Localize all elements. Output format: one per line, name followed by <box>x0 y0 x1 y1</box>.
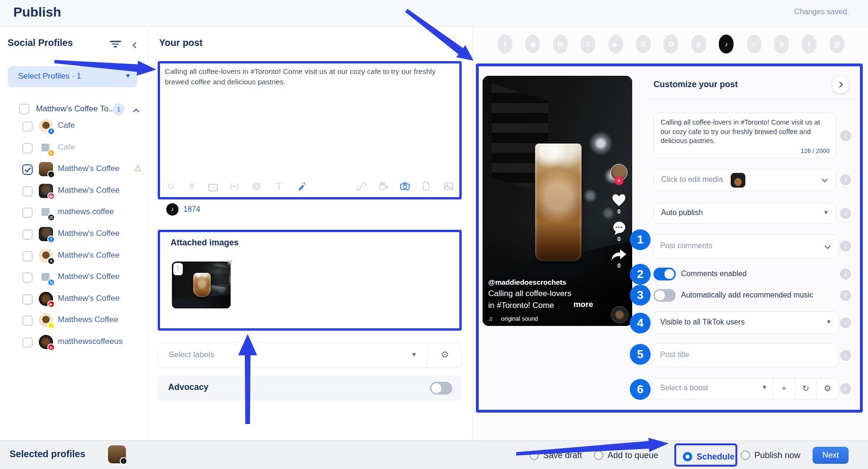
ai-assistant-wand-icon[interactable] <box>295 180 308 192</box>
video-icon[interactable] <box>377 180 389 192</box>
selected-profile-avatar[interactable]: ♪ <box>108 445 126 463</box>
saved-captions-icon[interactable]: ≡ <box>207 180 219 192</box>
info-icon[interactable]: i <box>840 290 851 301</box>
profile-checkbox[interactable] <box>22 251 33 262</box>
post-text-box[interactable]: Calling all coffee-lovers in #Toronto! C… <box>158 61 462 199</box>
variables-icon[interactable]: {+} <box>228 180 241 192</box>
group-checkbox[interactable] <box>19 104 29 114</box>
recommended-music-toggle[interactable] <box>653 289 676 302</box>
profile-row[interactable]: fMatthew's Coffee <box>0 225 148 244</box>
filter-icon[interactable] <box>110 41 121 48</box>
labels-settings-gear-icon[interactable]: ⚙ <box>441 349 449 360</box>
add-boost-button[interactable]: + <box>773 379 795 399</box>
select-profiles-dropdown[interactable]: Select Profiles · 1 ▾ <box>8 66 137 87</box>
like-heart-icon[interactable] <box>611 193 627 207</box>
post-text[interactable]: Calling all coffee-lovers in #Toronto! C… <box>165 66 442 88</box>
publish-now-radio[interactable] <box>741 451 750 460</box>
info-icon[interactable]: i <box>840 350 851 361</box>
profile-checkbox[interactable] <box>22 316 33 326</box>
profile-checkbox[interactable] <box>22 207 33 218</box>
mention-icon[interactable]: @ <box>251 180 263 192</box>
schedule-radio[interactable] <box>683 452 692 461</box>
profile-checkbox[interactable] <box>22 272 33 283</box>
expand-customize-button[interactable] <box>832 76 849 93</box>
instagram-network-icon[interactable]: ◉ <box>525 35 540 54</box>
camera-icon[interactable] <box>399 180 411 192</box>
link-icon[interactable] <box>355 180 367 192</box>
info-icon[interactable]: i <box>840 130 851 141</box>
profile-checkbox[interactable] <box>22 164 33 175</box>
boost-placeholder[interactable]: Select a boost <box>660 384 708 392</box>
customize-caption-field[interactable]: Calling all coffee-lovers in #Toronto! C… <box>653 113 836 159</box>
tiktok-network-icon[interactable]: ♪ <box>719 35 734 54</box>
reddit-network-icon[interactable]: ʘ <box>663 35 678 54</box>
publish-now-option[interactable]: Publish now <box>741 449 800 462</box>
pinterest-network-icon[interactable]: p <box>691 35 706 54</box>
bluesky-network-icon[interactable]: b <box>774 35 789 54</box>
post-comments-dropdown[interactable]: Post comments <box>653 234 839 258</box>
advocacy-toggle[interactable] <box>430 382 452 395</box>
save-draft-radio[interactable] <box>529 451 539 460</box>
info-icon[interactable]: i <box>840 383 851 394</box>
profile-row[interactable]: pmatthewscoffeeus <box>0 333 148 352</box>
profile-avatar[interactable]: + <box>610 164 627 181</box>
emoji-icon[interactable]: ☺ <box>165 180 177 192</box>
info-icon[interactable]: i <box>840 269 851 280</box>
media-thumbnail[interactable] <box>731 173 745 188</box>
profile-row[interactable]: GCafe <box>0 139 148 158</box>
facebook-network-icon[interactable]: f <box>498 35 512 54</box>
comment-bubble-icon[interactable] <box>611 221 626 235</box>
profile-row[interactable]: fCafe <box>0 117 148 136</box>
follow-plus-icon[interactable]: + <box>615 176 624 185</box>
chevron-up-icon[interactable] <box>134 107 138 116</box>
image-options-kebab-icon[interactable]: ⋮ <box>173 263 183 275</box>
auto-publish-dropdown[interactable]: Auto publish ▾ <box>653 203 836 224</box>
image-icon[interactable] <box>442 180 455 192</box>
info-icon[interactable]: i <box>840 174 851 185</box>
select-labels-dropdown[interactable]: Select labels ▾ ⚙ <box>158 343 462 368</box>
threads-network-icon[interactable]: @ <box>830 35 844 54</box>
youtube-network-icon[interactable]: ▶ <box>608 35 623 54</box>
profile-checkbox[interactable] <box>22 143 33 153</box>
collapse-sidebar-icon[interactable] <box>134 41 138 49</box>
caption-more-link[interactable]: more <box>573 300 593 309</box>
info-icon[interactable]: i <box>840 208 851 219</box>
share-arrow-icon[interactable] <box>611 248 627 262</box>
save-draft-option[interactable]: Save draft <box>529 449 582 462</box>
comments-enabled-toggle[interactable] <box>653 268 676 280</box>
next-button[interactable]: Next <box>813 447 849 464</box>
profile-row[interactable]: @mathews.coffee <box>0 203 148 222</box>
hashtag-icon[interactable]: # <box>186 180 198 192</box>
snapchat-network-icon[interactable]: ☺ <box>747 35 761 54</box>
profile-checkbox[interactable] <box>22 186 33 197</box>
warning-icon[interactable]: ⚠ <box>134 163 142 173</box>
profile-row[interactable]: ☺Matthews Coffee <box>0 311 148 330</box>
profile-group-row[interactable]: Matthew's Coffee To... 1 <box>0 102 148 117</box>
add-to-queue-option[interactable]: Add to queue <box>594 449 658 462</box>
profile-row[interactable]: bMatthew's Coffee <box>0 268 148 287</box>
profile-checkbox[interactable] <box>22 294 33 305</box>
profile-checkbox[interactable] <box>22 337 33 348</box>
profile-checkbox[interactable] <box>22 121 33 132</box>
text-format-icon[interactable]: T <box>273 180 285 192</box>
schedule-option[interactable]: Schedule <box>683 450 734 463</box>
document-icon[interactable] <box>420 180 432 192</box>
linkedin-network-icon[interactable]: in <box>553 35 568 54</box>
tumblr-network-icon[interactable]: t <box>802 35 816 54</box>
add-to-queue-radio[interactable] <box>594 451 603 460</box>
profile-row[interactable]: XMatthew's Coffee <box>0 247 148 266</box>
google-business-network-icon[interactable]: G <box>636 35 651 54</box>
profile-row[interactable]: ▶Matthew's Coffee <box>0 290 148 309</box>
info-icon[interactable]: i <box>840 317 851 328</box>
info-icon[interactable]: i <box>840 241 851 252</box>
profile-checkbox[interactable] <box>22 229 33 240</box>
profile-row[interactable]: ◉Matthew's Coffee <box>0 182 148 201</box>
remove-image-icon[interactable]: ✕ <box>226 258 233 268</box>
boost-settings-gear-icon[interactable]: ⚙ <box>816 379 838 399</box>
x-network-icon[interactable]: X <box>581 35 595 54</box>
post-title-input[interactable]: Post title <box>653 343 839 367</box>
refresh-boost-button[interactable]: ↻ <box>795 379 816 399</box>
visibility-dropdown[interactable]: Visible to all TikTok users ▾ <box>653 311 839 334</box>
edit-media-field[interactable]: Click to edit media <box>653 169 836 191</box>
profile-row[interactable]: ♪Matthew's Coffee⚠ <box>0 160 148 179</box>
